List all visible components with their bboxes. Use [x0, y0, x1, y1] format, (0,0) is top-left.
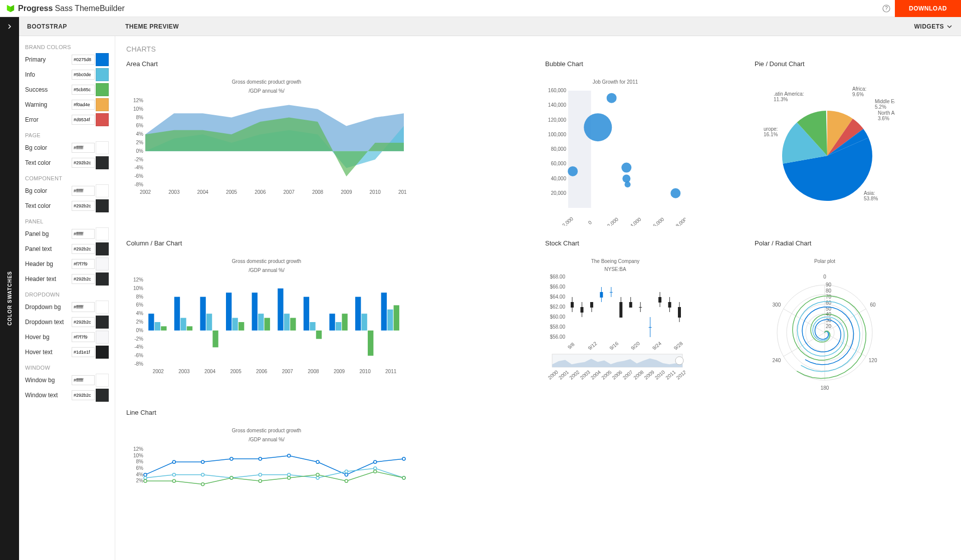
color-label: Hover text [25, 349, 72, 356]
chevron-down-icon [947, 24, 952, 29]
color-input[interactable] [72, 158, 95, 168]
svg-text:140,000: 140,000 [548, 102, 567, 108]
color-row: Bg color [25, 141, 109, 154]
svg-text:8%: 8% [136, 294, 144, 300]
expand-sidebar-button[interactable] [0, 17, 19, 36]
color-swatch[interactable] [96, 53, 109, 66]
download-button[interactable]: DOWNLOAD [895, 0, 961, 17]
svg-text:80: 80 [826, 288, 832, 294]
svg-text:6,000: 6,000 [652, 216, 665, 226]
color-swatch[interactable] [96, 346, 109, 359]
color-swatch[interactable] [96, 242, 109, 255]
svg-point-208 [345, 473, 348, 476]
svg-text:160,000: 160,000 [548, 88, 567, 93]
svg-text:240: 240 [773, 358, 781, 363]
color-swatch[interactable] [96, 113, 109, 126]
color-input[interactable] [72, 332, 95, 342]
svg-text:2009: 2009 [643, 369, 655, 381]
svg-text:70: 70 [826, 294, 832, 300]
color-input[interactable] [72, 55, 95, 65]
color-swatch[interactable] [96, 98, 109, 111]
svg-text:Job Growth for 2011: Job Growth for 2011 [593, 79, 638, 85]
pie-chart-panel: Pie / Donut Chart Africa:9.6%Middle East… [755, 60, 950, 227]
svg-rect-82 [200, 297, 205, 331]
svg-text:0: 0 [823, 274, 826, 279]
color-swatch[interactable] [96, 331, 109, 344]
color-input[interactable] [72, 100, 95, 110]
color-label: Panel text [25, 245, 72, 252]
help-button[interactable]: ? [878, 0, 895, 17]
color-swatch[interactable] [96, 374, 109, 387]
color-input[interactable] [72, 186, 95, 196]
color-input[interactable] [72, 259, 95, 269]
svg-text:2011: 2011 [385, 369, 397, 374]
svg-rect-98 [304, 297, 309, 331]
color-input[interactable] [72, 201, 95, 211]
section-title: PAGE [25, 132, 109, 138]
color-input[interactable] [72, 375, 95, 385]
svg-text:?: ? [885, 6, 888, 11]
color-swatch[interactable] [96, 389, 109, 402]
color-swatch[interactable] [96, 141, 109, 154]
color-input[interactable] [72, 85, 95, 95]
color-swatch[interactable] [96, 156, 109, 169]
svg-text:60: 60 [870, 302, 876, 308]
color-swatch[interactable] [96, 199, 109, 212]
svg-rect-96 [290, 318, 296, 331]
color-swatch[interactable] [96, 68, 109, 81]
color-swatch[interactable] [96, 83, 109, 96]
svg-text:2001: 2001 [558, 369, 570, 381]
color-label: Window text [25, 392, 72, 399]
color-input[interactable] [72, 143, 95, 153]
svg-text:-6%: -6% [134, 353, 143, 358]
color-swatch[interactable] [96, 301, 109, 314]
svg-rect-145 [678, 307, 681, 318]
svg-rect-131 [610, 292, 613, 293]
svg-text:6%: 6% [136, 465, 144, 471]
color-swatch[interactable] [96, 316, 109, 329]
svg-text:2011: 2011 [664, 369, 676, 381]
color-swatch[interactable] [96, 184, 109, 197]
svg-text:9/12: 9/12 [587, 341, 598, 351]
svg-text:180: 180 [821, 385, 829, 391]
color-input[interactable] [72, 244, 95, 254]
svg-point-226 [288, 476, 291, 479]
chevron-right-icon [7, 24, 12, 29]
color-input[interactable] [72, 390, 95, 400]
bar-chart-panel: Column / Bar Chart Gross domestic produc… [126, 239, 531, 397]
svg-text:4%: 4% [136, 311, 144, 316]
svg-text:$64.00: $64.00 [550, 294, 565, 300]
color-input[interactable] [72, 115, 95, 125]
color-input[interactable] [72, 347, 95, 357]
svg-text:9/28: 9/28 [673, 341, 684, 351]
widgets-dropdown[interactable]: WIDGETS [905, 23, 962, 30]
svg-rect-92 [265, 318, 270, 331]
color-input[interactable] [72, 229, 95, 239]
color-input[interactable] [72, 302, 95, 312]
color-input[interactable] [72, 317, 95, 327]
svg-text:Polar plot: Polar plot [814, 258, 835, 264]
svg-rect-123 [571, 302, 574, 308]
svg-point-43 [607, 93, 617, 103]
color-input[interactable] [72, 274, 95, 284]
svg-text:2002: 2002 [568, 369, 580, 381]
color-swatch[interactable] [96, 257, 109, 270]
section-title: COMPONENT [25, 175, 109, 181]
svg-rect-84 [212, 331, 218, 348]
color-swatches-tab[interactable]: COLOR SWATCHES [0, 36, 19, 560]
svg-rect-133 [619, 302, 622, 318]
color-input[interactable] [72, 70, 95, 80]
svg-text:100,000: 100,000 [548, 132, 567, 137]
color-swatch[interactable] [96, 272, 109, 286]
polar-chart-panel: Polar / Radial Chart Polar plot060120180… [755, 239, 950, 397]
color-row: Primary [25, 53, 109, 66]
color-row: Text color [25, 199, 109, 212]
svg-text:-6%: -6% [134, 173, 143, 179]
color-row: Error [25, 113, 109, 126]
svg-text:120: 120 [869, 358, 877, 363]
svg-rect-139 [649, 327, 652, 328]
color-swatch[interactable] [96, 227, 109, 240]
svg-rect-100 [316, 331, 322, 339]
svg-rect-26 [568, 91, 591, 208]
svg-text:-4%: -4% [134, 344, 143, 350]
